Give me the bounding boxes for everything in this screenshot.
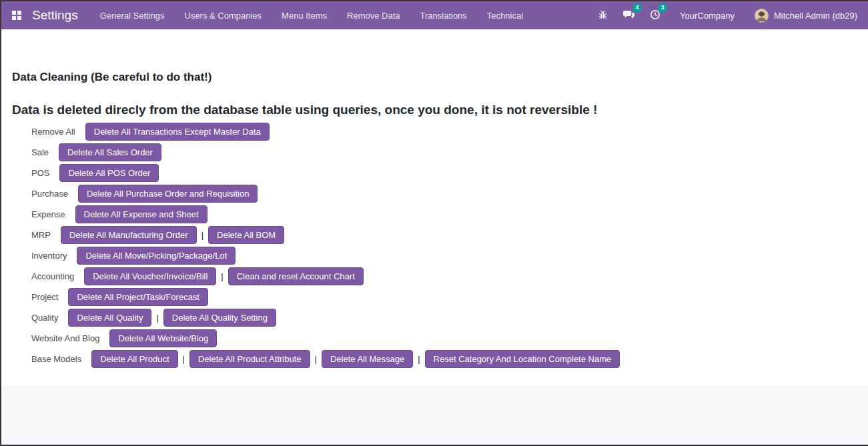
user-menu[interactable]: Mitchell Admin (db29) — [747, 3, 859, 28]
row-label: Remove All — [31, 127, 75, 137]
data-row: Remove All Delete All Transactions Excep… — [31, 123, 857, 141]
row-label: Project — [31, 292, 58, 302]
nav-item-menu-items[interactable]: Menu Items — [272, 3, 337, 29]
button-separator: | — [183, 354, 185, 364]
avatar — [755, 9, 769, 23]
data-row: Inventory Delete All Move/Picking/Packag… — [31, 247, 857, 265]
data-row: MRP Delete All Manufacturing Order|Delet… — [31, 226, 857, 244]
row-buttons: Delete All Move/Picking/Package/Lot — [77, 247, 236, 265]
nav-item-technical[interactable]: Technical — [477, 3, 533, 29]
delete-button[interactable]: Delete All BOM — [208, 226, 284, 244]
main-menu: General Settings Users & Companies Menu … — [90, 3, 533, 29]
row-buttons: Delete All Product|Delete All Product At… — [91, 350, 620, 368]
delete-button[interactable]: Delete All Product — [91, 350, 177, 368]
row-label: Accounting — [31, 271, 74, 281]
data-row: Quality Delete All Quality|Delete All Qu… — [31, 309, 857, 327]
user-name: Mitchell Admin (db29) — [774, 11, 857, 21]
row-buttons: Delete All Transactions Except Master Da… — [85, 123, 270, 141]
nav-item-remove-data[interactable]: Remove Data — [337, 3, 410, 29]
data-row: Project Delete All Project/Task/Forecast — [31, 288, 857, 306]
delete-button[interactable]: Delete All Website/Blog — [109, 329, 217, 347]
delete-button[interactable]: Delete All Quality — [68, 309, 151, 327]
row-buttons: Delete All Manufacturing Order|Delete Al… — [61, 226, 284, 244]
row-label: Purchase — [31, 189, 68, 199]
row-buttons: Delete All Quality|Delete All Quality Se… — [68, 309, 276, 327]
delete-button[interactable]: Delete All Transactions Except Master Da… — [85, 123, 270, 141]
data-row: Purchase Delete All Purchase Order and R… — [31, 185, 857, 203]
delete-button[interactable]: Delete All Expense and Sheet — [75, 205, 207, 223]
rows: Remove All Delete All Transactions Excep… — [12, 123, 857, 368]
delete-button[interactable]: Delete All Voucher/Invoice/Bill — [84, 267, 216, 285]
data-row: Sale Delete All Sales Order — [31, 143, 857, 161]
row-label: Expense — [31, 209, 65, 219]
nav-item-translations[interactable]: Translations — [410, 3, 477, 29]
row-label: Inventory — [31, 251, 67, 261]
delete-button[interactable]: Delete All Purchase Order and Requisitio… — [78, 185, 258, 203]
app-window: Settings General Settings Users & Compan… — [0, 0, 868, 446]
footer-band — [1, 385, 868, 445]
row-label: POS — [31, 168, 49, 178]
apps-menu-button[interactable] — [11, 9, 23, 21]
messages-badge: 4 — [632, 3, 642, 13]
delete-button[interactable]: Delete All Move/Picking/Package/Lot — [77, 247, 236, 265]
delete-button[interactable]: Delete All Quality Setting — [163, 309, 276, 327]
button-separator: | — [315, 354, 317, 364]
delete-button[interactable]: Reset Category And Location Complete Nam… — [425, 350, 620, 368]
button-separator: | — [221, 271, 223, 281]
delete-button[interactable]: Delete All Sales Order — [59, 143, 161, 161]
settings-content: Data Cleaning (Be careful to do that!) D… — [1, 29, 868, 385]
delete-button[interactable]: Delete All Manufacturing Order — [61, 226, 197, 244]
row-label: Quality — [31, 313, 58, 323]
button-separator: | — [156, 313, 158, 323]
bug-icon — [598, 9, 608, 22]
activities-badge: 3 — [658, 3, 667, 13]
company-switcher[interactable]: YourCompany — [668, 3, 747, 29]
delete-button[interactable]: Delete All POS Order — [59, 164, 159, 182]
nav-item-users-companies[interactable]: Users & Companies — [175, 3, 272, 29]
delete-button[interactable]: Clean and reset Account Chart — [228, 267, 364, 285]
row-buttons: Delete All Expense and Sheet — [75, 205, 207, 223]
row-buttons: Delete All Project/Task/Forecast — [68, 288, 208, 306]
nav-item-general-settings[interactable]: General Settings — [90, 3, 175, 29]
data-row: Website And Blog Delete All Website/Blog — [31, 329, 857, 347]
button-separator: | — [201, 230, 203, 240]
row-label: Sale — [31, 147, 49, 157]
page-title: Data Cleaning (Be careful to do that!) — [12, 71, 857, 84]
activities-button[interactable]: 3 — [642, 7, 668, 25]
row-buttons: Delete All Voucher/Invoice/Bill|Clean an… — [84, 267, 363, 285]
app-title[interactable]: Settings — [32, 8, 78, 23]
button-separator: | — [418, 354, 420, 364]
messages-button[interactable]: 4 — [615, 7, 642, 25]
navbar-systray: 4 3 YourCompany — [590, 3, 859, 29]
row-buttons: Delete All POS Order — [59, 164, 159, 182]
row-buttons: Delete All Website/Blog — [109, 329, 217, 347]
delete-button[interactable]: Delete All Message — [322, 350, 413, 368]
data-row: Expense Delete All Expense and Sheet — [31, 205, 857, 223]
row-label: Base Models — [31, 354, 81, 364]
row-label: MRP — [31, 230, 51, 240]
row-buttons: Delete All Purchase Order and Requisitio… — [78, 185, 258, 203]
delete-button[interactable]: Delete All Product Attribute — [189, 350, 310, 368]
row-label: Website And Blog — [31, 333, 99, 343]
data-row: Base Models Delete All Product|Delete Al… — [31, 350, 857, 368]
data-row: Accounting Delete All Voucher/Invoice/Bi… — [31, 267, 857, 285]
delete-button[interactable]: Delete All Project/Task/Forecast — [68, 288, 208, 306]
data-row: POS Delete All POS Order — [31, 164, 857, 182]
warning-text: Data is deleted direcly from the databas… — [12, 102, 857, 117]
row-buttons: Delete All Sales Order — [59, 143, 161, 161]
apps-grid-icon — [12, 11, 21, 20]
debug-button[interactable] — [590, 7, 615, 25]
top-navbar: Settings General Settings Users & Compan… — [1, 1, 868, 29]
